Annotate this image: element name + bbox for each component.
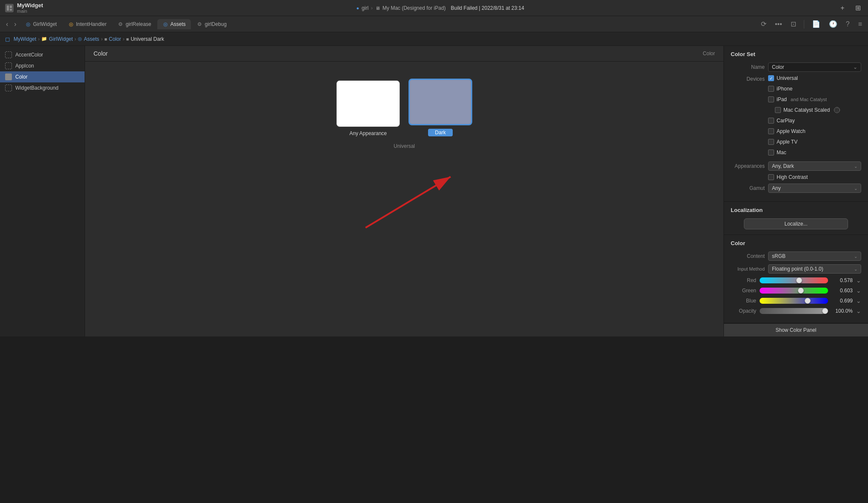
dark-swatch[interactable] — [408, 79, 472, 125]
device-apple-tv-checkbox[interactable] — [768, 139, 774, 145]
svg-rect-2 — [10, 9, 12, 11]
device-carplay-checkbox[interactable] — [768, 118, 774, 124]
opacity-slider-thumb[interactable] — [822, 308, 828, 314]
mac-catalyst-info-icon[interactable]: ⓘ — [834, 107, 840, 113]
more-button[interactable]: ••• — [772, 19, 785, 30]
blue-slider-row: Blue 0.699 ⌄ — [731, 297, 861, 304]
tab-icon-assets: ◎ — [162, 21, 168, 27]
device-mac-catalyst-label: Mac Catalyst Scaled — [783, 107, 830, 113]
new-file-button[interactable]: 📄 — [809, 18, 823, 30]
appearances-label: Appearances — [731, 163, 765, 169]
device-iphone-checkbox[interactable] — [768, 86, 774, 92]
device-mac-checkbox[interactable] — [768, 150, 774, 155]
help-button[interactable]: ? — [843, 19, 852, 30]
breadcrumb-girlwidget[interactable]: GirlWidget — [49, 36, 73, 42]
opacity-stepper[interactable]: ⌄ — [856, 308, 861, 314]
red-slider-track[interactable] — [760, 277, 828, 283]
name-input[interactable]: Color ⌄ — [768, 62, 861, 72]
device-apple-tv-label: Apple TV — [777, 139, 797, 145]
app-name: MyWidget — [17, 2, 43, 8]
green-stepper[interactable]: ⌄ — [856, 287, 861, 294]
dark-swatch-container: Dark — [408, 79, 472, 136]
content-label: Color — [703, 51, 715, 57]
breadcrumb: ◻ MyWidget › 📁 GirlWidget › ◎ Assets › ■… — [0, 32, 868, 46]
appearances-select[interactable]: Any, Dark ⌄ — [768, 161, 861, 171]
input-method-select[interactable]: Floating point (0.0-1.0) ⌄ — [768, 264, 861, 274]
blue-slider-thumb[interactable] — [805, 298, 811, 304]
green-slider-row: Green 0.603 ⌄ — [731, 287, 861, 294]
color-section: Color Content sRGB ⌄ Input Method Floati… — [724, 235, 868, 323]
tab-icon-girl-debug: ⚙ — [197, 21, 203, 27]
device-carplay-label: CarPlay — [777, 118, 795, 124]
scheme-name: girl — [362, 5, 369, 11]
app-icon — [5, 4, 14, 12]
history-button[interactable]: 🕐 — [826, 18, 840, 30]
tab-girl-widget[interactable]: ◎ GirlWidget — [20, 19, 62, 29]
device-apple-tv-row: Apple TV — [768, 139, 840, 145]
tab-assets[interactable]: ◎ Assets — [157, 19, 191, 29]
green-slider-thumb[interactable] — [798, 288, 804, 294]
split-view-button[interactable]: ⊡ — [788, 18, 799, 30]
gamut-select[interactable]: Any ⌄ — [768, 184, 861, 193]
red-slider-thumb[interactable] — [796, 277, 802, 283]
sidebar-item-color[interactable]: Color — [0, 71, 85, 82]
device-mac-row: Mac — [768, 150, 840, 155]
tab-intent-handler[interactable]: ◎ IntentHandler — [63, 19, 112, 29]
filter-button[interactable]: ≡ — [856, 19, 865, 30]
color-set-section: Color Set Name Color ⌄ Devices ✓ Univ — [724, 46, 868, 202]
blue-slider-track[interactable] — [760, 298, 828, 304]
red-stepper[interactable]: ⌄ — [856, 277, 861, 284]
add-tab-button[interactable]: + — [837, 3, 848, 13]
name-row: Name Color ⌄ — [731, 62, 861, 72]
name-label: Name — [731, 64, 765, 70]
breadcrumb-universal-dark: Universal Dark — [130, 36, 164, 42]
high-contrast-row: High Contrast — [768, 174, 861, 180]
device-universal-row: ✓ Universal — [768, 75, 840, 81]
window-layout-button[interactable]: ⊞ — [853, 3, 863, 13]
device-ipad-checkbox[interactable] — [768, 96, 774, 102]
nav-forward-button[interactable]: › — [11, 19, 19, 30]
universal-label: Universal — [394, 143, 415, 149]
tab-girl-debug[interactable]: ⚙ girlDebug — [192, 19, 232, 29]
green-slider-track[interactable] — [760, 288, 828, 294]
device-apple-watch-label: Apple Watch — [777, 128, 806, 134]
any-appearance-swatch[interactable] — [336, 80, 400, 127]
localize-button[interactable]: Localize... — [744, 218, 848, 229]
show-color-panel-button[interactable]: Show Color Panel — [724, 323, 868, 336]
blue-value: 0.699 — [831, 298, 853, 304]
tab-girl-release[interactable]: ⚙ girlRelease — [113, 19, 156, 29]
blue-stepper[interactable]: ⌄ — [856, 297, 861, 304]
sidebar-item-accent-color[interactable]: AccentColor — [0, 49, 85, 60]
device-apple-watch-checkbox[interactable] — [768, 128, 774, 134]
device-mac-label: Mac — [777, 150, 786, 155]
dark-label: Dark — [428, 129, 452, 136]
device-ipad-row: iPad and Mac Catalyst — [768, 96, 840, 102]
app-subtitle: main — [17, 8, 43, 14]
breadcrumb-color[interactable]: Color — [109, 36, 121, 42]
title-bar: MyWidget main ● girl › 🖥 My Mac (Designe… — [0, 0, 868, 16]
any-appearance-label: Any Appearance — [349, 130, 387, 136]
sidebar-item-app-icon[interactable]: AppIcon — [0, 60, 85, 71]
localization-title: Localization — [731, 207, 861, 213]
nav-back-button[interactable]: ‹ — [3, 19, 11, 30]
breadcrumb-assets[interactable]: Assets — [84, 36, 99, 42]
app-icon-icon — [5, 62, 12, 69]
device-mac-catalyst-checkbox[interactable] — [775, 107, 781, 113]
content-select[interactable]: sRGB ⌄ — [768, 252, 861, 261]
content-row: Content sRGB ⌄ — [731, 252, 861, 261]
refresh-button[interactable]: ⟳ — [758, 18, 769, 30]
content-label-field: Content — [731, 253, 765, 259]
sidebar-item-widget-background[interactable]: WidgetBackground — [0, 82, 85, 93]
high-contrast-checkbox[interactable] — [768, 174, 774, 180]
opacity-slider-track[interactable] — [760, 308, 828, 314]
color-set-title: Color Set — [731, 51, 861, 57]
green-label: Green — [731, 288, 756, 294]
device-iphone-row: iPhone — [768, 86, 840, 92]
device-carplay-row: CarPlay — [768, 118, 840, 124]
devices-label: Devices — [731, 75, 765, 82]
device-universal-checkbox[interactable]: ✓ — [768, 75, 774, 81]
color-swatches-row: Any Appearance Dark — [336, 79, 472, 136]
content-wrapper: AccentColor AppIcon Color WidgetBackgrou… — [0, 46, 868, 336]
scheme-selector[interactable]: ● girl › 🖥 My Mac (Designed for iPad) — [356, 5, 445, 11]
breadcrumb-mywidget[interactable]: MyWidget — [14, 36, 36, 42]
